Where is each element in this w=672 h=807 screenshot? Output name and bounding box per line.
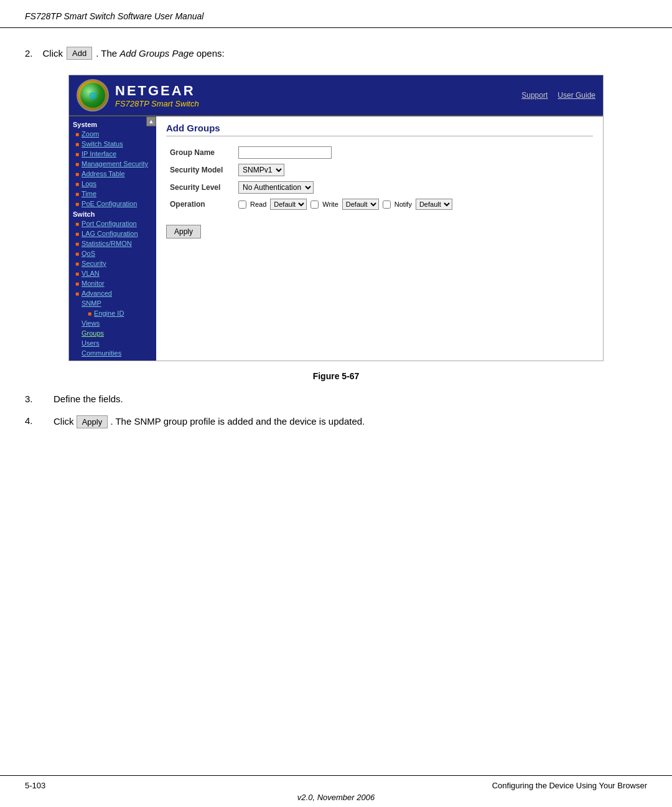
sidebar-item-vlan[interactable]: ■ VLAN: [69, 268, 156, 278]
sidebar-scroll-btn[interactable]: ▲: [146, 116, 156, 126]
link-security[interactable]: Security: [82, 260, 106, 267]
write-checkbox[interactable]: [310, 201, 319, 209]
bullet-engine: ■: [88, 310, 91, 317]
sidebar-item-port-config[interactable]: ■ Port Configuration: [69, 219, 156, 229]
link-qos[interactable]: QoS: [82, 250, 95, 257]
sidebar-item-engine-id[interactable]: ■ Engine ID: [69, 308, 156, 318]
link-vlan[interactable]: VLAN: [82, 270, 100, 277]
sidebar-item-qos[interactable]: ■ QoS: [69, 248, 156, 258]
link-engine-id[interactable]: Engine ID: [94, 309, 124, 317]
sidebar-item-lag[interactable]: ■ LAG Configuration: [69, 229, 156, 238]
bullet-stats: ■: [75, 240, 79, 247]
link-time[interactable]: Time: [82, 190, 96, 197]
notify-label: Notify: [394, 201, 412, 208]
security-level-row: Security Level No Authentication Authent…: [166, 179, 593, 196]
operation-input-cell: Read Default Write Default Not: [235, 196, 593, 212]
sidebar-item-stats[interactable]: ■ Statistics/RMON: [69, 238, 156, 248]
operation-controls: Read Default Write Default Not: [238, 199, 589, 210]
sidebar-item-address-table[interactable]: ■ Address Table: [69, 169, 156, 179]
brand-area: NETGEAR FS728TP Smart Switch: [115, 83, 199, 108]
brand-name: NETGEAR: [115, 83, 195, 99]
step2-number: 2.: [25, 48, 33, 59]
page-number: 5-103: [25, 781, 45, 790]
footer-bottom: v2.0, November 2006: [25, 793, 647, 802]
step4-number: 4.: [25, 415, 44, 426]
group-name-input-cell: [235, 144, 593, 161]
link-snmp[interactable]: SNMP: [82, 300, 101, 307]
sidebar-item-snmp[interactable]: SNMP: [69, 298, 156, 308]
sidebar-item-ip-interface[interactable]: ■ IP Interface: [69, 149, 156, 159]
user-guide-link[interactable]: User Guide: [558, 91, 595, 100]
step4-suffix: . The SNMP group profile is added and th…: [110, 416, 365, 427]
sidebar-item-switch-status[interactable]: ■ Switch Status: [69, 139, 156, 149]
step2-text: Click: [43, 48, 63, 59]
bullet-logs: ■: [75, 181, 79, 187]
link-address-table[interactable]: Address Table: [82, 170, 125, 177]
security-level-select[interactable]: No Authentication Authentication Privacy: [238, 181, 314, 194]
support-link[interactable]: Support: [521, 91, 548, 100]
link-logs[interactable]: Logs: [82, 180, 96, 187]
group-name-row: Group Name: [166, 144, 593, 161]
sidebar-item-communities[interactable]: Communities: [69, 348, 156, 358]
section-system: System: [69, 119, 156, 129]
ui-screenshot-box: 🌐 NETGEAR FS728TP Smart Switch Support U…: [68, 75, 604, 361]
sidebar-item-security[interactable]: ■ Security: [69, 258, 156, 268]
notify-select[interactable]: Default: [416, 199, 452, 210]
link-port-config[interactable]: Port Configuration: [82, 220, 137, 227]
link-zoom[interactable]: Zoom: [82, 130, 99, 138]
read-select[interactable]: Default: [270, 199, 307, 210]
sidebar-item-zoom[interactable]: ■ Zoom: [69, 129, 156, 139]
operation-label: Operation: [166, 196, 235, 212]
page-footer: 5-103 Configuring the Device Using Your …: [0, 775, 672, 807]
step4-text: Click Apply . The SNMP group profile is …: [54, 415, 365, 428]
logo-area: 🌐 NETGEAR FS728TP Smart Switch: [77, 79, 199, 111]
link-advanced[interactable]: Advanced: [82, 290, 112, 297]
ui-body: ▲ System ■ Zoom ■ Switch Status ■ IP Int…: [69, 116, 603, 361]
link-poe[interactable]: PoE Configuration: [82, 200, 137, 207]
step4-row: 4. Click Apply . The SNMP group profile …: [25, 415, 647, 428]
security-model-select[interactable]: SNMPv1 SNMPv2 SNMPv3: [238, 164, 284, 176]
step3-number: 3.: [25, 394, 44, 404]
footer-version: v2.0, November 2006: [297, 793, 375, 802]
sidebar-item-poe[interactable]: ■ PoE Configuration: [69, 199, 156, 209]
link-lag[interactable]: LAG Configuration: [82, 230, 138, 237]
bullet-security: ■: [75, 260, 79, 267]
sidebar: ▲ System ■ Zoom ■ Switch Status ■ IP Int…: [69, 116, 156, 361]
link-communities[interactable]: Communities: [82, 349, 121, 357]
step2-row: 2. Click Add . The Add Groups Page opens…: [25, 47, 647, 60]
link-ip-interface[interactable]: IP Interface: [82, 150, 116, 158]
sidebar-item-advanced[interactable]: ■ Advanced: [69, 288, 156, 298]
link-views[interactable]: Views: [82, 319, 100, 327]
sidebar-item-time[interactable]: ■ Time: [69, 189, 156, 199]
add-button-inline[interactable]: Add: [67, 47, 92, 60]
link-users[interactable]: Users: [82, 339, 100, 347]
page-header: FS728TP Smart Switch Software User Manua…: [0, 0, 672, 28]
sidebar-item-groups[interactable]: Groups: [69, 328, 156, 338]
link-switch-status[interactable]: Switch Status: [82, 140, 123, 148]
link-stats[interactable]: Statistics/RMON: [82, 240, 132, 247]
header-links: Support User Guide: [521, 91, 595, 100]
sidebar-item-management-security[interactable]: ■ Management Security: [69, 159, 156, 169]
notify-checkbox[interactable]: [383, 201, 391, 209]
sidebar-item-logs[interactable]: ■ Logs: [69, 179, 156, 189]
read-checkbox[interactable]: [238, 201, 246, 209]
bullet-switch-status: ■: [75, 141, 79, 148]
apply-button[interactable]: Apply: [166, 225, 201, 238]
sidebar-item-monitor[interactable]: ■ Monitor: [69, 278, 156, 288]
bullet-mgmt: ■: [75, 161, 79, 168]
apply-button-inline[interactable]: Apply: [77, 415, 108, 428]
bullet-ip: ■: [75, 151, 79, 158]
sidebar-item-users[interactable]: Users: [69, 338, 156, 348]
link-management-security[interactable]: Management Security: [82, 160, 148, 168]
bullet-lag: ■: [75, 230, 79, 237]
group-name-field[interactable]: [238, 146, 332, 159]
apply-btn-container: Apply: [166, 219, 593, 238]
bullet-addr: ■: [75, 171, 79, 177]
security-model-row: Security Model SNMPv1 SNMPv2 SNMPv3: [166, 161, 593, 179]
link-groups[interactable]: Groups: [82, 329, 104, 337]
bullet-time: ■: [75, 191, 79, 197]
write-select[interactable]: Default: [342, 199, 379, 210]
bullet-advanced: ■: [75, 290, 79, 297]
sidebar-item-views[interactable]: Views: [69, 318, 156, 328]
link-monitor[interactable]: Monitor: [82, 280, 105, 287]
